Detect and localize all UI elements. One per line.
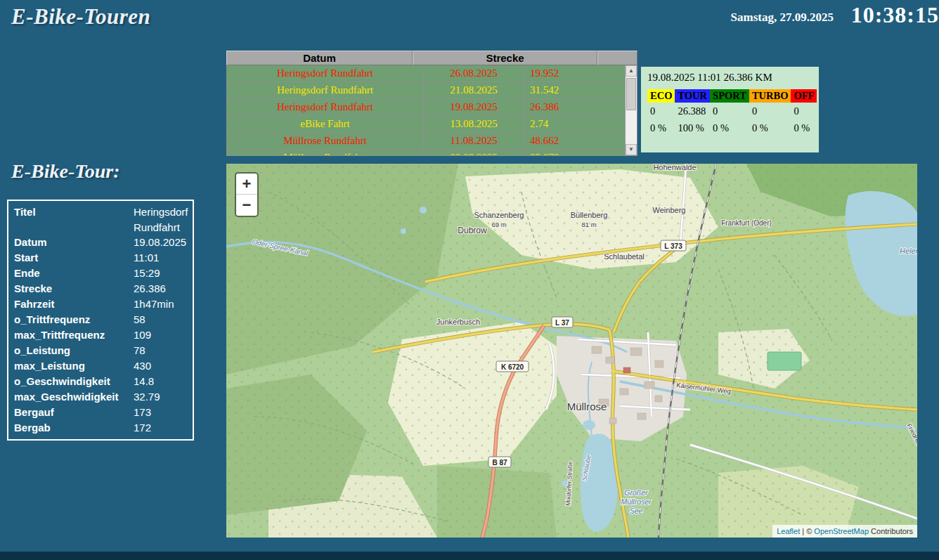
detail-label: Titel bbox=[14, 204, 134, 235]
detail-value: 26.386 bbox=[134, 281, 187, 297]
detail-label: Fahrzeit bbox=[14, 297, 134, 312]
page-title: E-Bike-Touren bbox=[11, 4, 150, 30]
mode-off-label: OFF bbox=[791, 89, 817, 103]
map-label-dubrow: Dubrow bbox=[458, 226, 487, 235]
table-scrollbar[interactable]: ▲ ▼ bbox=[625, 65, 637, 155]
table-row[interactable]: Heringsdorf Rundfahrt 21.08.2025 31.542 bbox=[227, 82, 637, 99]
osm-link[interactable]: OpenStreetMap bbox=[814, 527, 869, 535]
map-label-see: See bbox=[630, 507, 643, 515]
sports-field bbox=[768, 352, 801, 370]
detail-value: 78 bbox=[134, 343, 187, 358]
detail-value: 173 bbox=[134, 405, 187, 420]
scrollbar-thumb[interactable] bbox=[626, 78, 636, 110]
svg-text:L 373: L 373 bbox=[664, 242, 682, 250]
map-label-schlaubetal: Schlaubetal bbox=[604, 252, 645, 261]
detail-value: Heringsdorf Rundfahrt bbox=[134, 204, 188, 235]
tour-date: 09.08.2025 bbox=[424, 150, 524, 156]
map-canvas: L 373 L 37 K 6720 B 87 Hohenwalde Dubrow… bbox=[226, 164, 917, 538]
tour-distance: 19.952 bbox=[524, 65, 625, 82]
detail-label: max_Geschwidigkeit bbox=[14, 389, 134, 405]
detail-label: o_Leistung bbox=[14, 343, 134, 358]
road-badge-l373: L 373 bbox=[661, 240, 686, 251]
svg-text:L 37: L 37 bbox=[555, 319, 569, 327]
table-row[interactable]: Heringsdorf Rundfahrt 19.08.2025 26.386 bbox=[227, 99, 637, 116]
map-label-muellroser: Müllroser bbox=[621, 497, 652, 506]
mode-off-percent: 0 % bbox=[791, 118, 817, 135]
tour-date: 26.08.2025 bbox=[424, 65, 524, 82]
svg-text:B 87: B 87 bbox=[492, 459, 507, 467]
detail-value: 109 bbox=[134, 327, 187, 343]
detail-label: Bergab bbox=[14, 420, 134, 436]
map-label-schanzenberg: Schanzenberg bbox=[474, 211, 524, 219]
mode-eco-value: 0 bbox=[647, 103, 675, 118]
map-label-helenesee: Helenesee bbox=[900, 247, 917, 255]
mode-tour-value: 26.388 bbox=[675, 103, 710, 118]
header-clock: 10:38:15 bbox=[851, 2, 939, 28]
header-date: Samstag, 27.09.2025 bbox=[731, 11, 834, 25]
road-badge-l37: L 37 bbox=[552, 317, 573, 327]
mode-off-value: 0 bbox=[791, 103, 817, 118]
detail-label: max_Leistung bbox=[14, 358, 134, 374]
mode-sport-label: SPORT bbox=[710, 89, 749, 103]
leaflet-map[interactable]: L 373 L 37 K 6720 B 87 Hohenwalde Dubrow… bbox=[226, 164, 917, 538]
mode-turbo-percent: 0 % bbox=[749, 118, 791, 135]
detail-value: 430 bbox=[134, 358, 187, 374]
tour-name: Müllrose Rundfahrt bbox=[227, 133, 424, 149]
table-row[interactable]: Müllrose Rundfahrt 09.08.2025 35.678 bbox=[227, 150, 637, 156]
detail-label: Strecke bbox=[14, 281, 134, 297]
tour-date: 19.08.2025 bbox=[424, 99, 524, 115]
mode-tour-percent: 100 % bbox=[675, 118, 710, 135]
road-badge-b87: B 87 bbox=[488, 457, 511, 467]
detail-label: Ende bbox=[14, 266, 134, 281]
map-label-buellenberg: Büllenberg bbox=[571, 211, 608, 219]
tour-name: Müllrose Rundfahrt bbox=[227, 150, 424, 156]
detail-label: Bergauf bbox=[14, 405, 134, 420]
zoom-out-button[interactable]: − bbox=[236, 195, 257, 216]
map-label-buellenberg-elev: 81 m bbox=[581, 221, 596, 228]
column-header-datum: Datum bbox=[226, 51, 413, 65]
tour-distance: 35.678 bbox=[524, 150, 625, 156]
attribution-contributors: Contributors bbox=[869, 527, 913, 535]
column-header-strecke: Strecke bbox=[413, 51, 597, 65]
leaflet-link[interactable]: Leaflet bbox=[777, 527, 800, 535]
detail-value: 172 bbox=[134, 420, 187, 436]
scroll-up-icon[interactable]: ▲ bbox=[626, 65, 637, 77]
mode-eco-percent: 0 % bbox=[647, 118, 675, 135]
detail-label: o_Geschwindigkeit bbox=[14, 374, 134, 389]
table-row[interactable]: Müllrose Rundfahrt 11.08.2025 48.662 bbox=[227, 133, 637, 150]
tour-table-header: Datum Strecke bbox=[226, 51, 637, 65]
mode-turbo-label: TURBO bbox=[749, 89, 791, 103]
map-label-grosser: Großer bbox=[624, 488, 648, 497]
map-label-weinberg: Weinberg bbox=[653, 206, 686, 214]
mode-sport-value: 0 bbox=[710, 103, 749, 118]
assist-mode-table: ECO TOUR SPORT TURBO OFF 0 26.388 0 0 0 … bbox=[647, 89, 817, 135]
tour-name: Heringsdorf Rundfahrt bbox=[227, 82, 424, 98]
mode-eco-label: ECO bbox=[647, 89, 675, 103]
table-row[interactable]: eBike Fahrt 13.08.2025 2.74 bbox=[227, 116, 637, 133]
footer-bar bbox=[0, 552, 939, 560]
detail-value: 1h47min bbox=[134, 297, 187, 312]
detail-value: 58 bbox=[134, 312, 187, 327]
mode-turbo-value: 0 bbox=[749, 103, 791, 118]
attribution-separator: | © bbox=[800, 527, 814, 535]
map-label-frankfurt-oder: Frankfurt (Oder) bbox=[721, 219, 772, 227]
map-label-schanzenberg-elev: 69 m bbox=[491, 221, 506, 228]
table-row[interactable]: Heringsdorf Rundfahrt 26.08.2025 19.952 bbox=[227, 65, 637, 82]
tour-name: Heringsdorf Rundfahrt bbox=[227, 99, 424, 115]
column-header-empty bbox=[597, 51, 637, 65]
map-label-hohenwalde: Hohenwalde bbox=[653, 164, 696, 171]
road-badge-k6720: K 6720 bbox=[496, 361, 529, 372]
scroll-down-icon[interactable]: ▼ bbox=[626, 144, 637, 155]
detail-value: 32.79 bbox=[134, 389, 187, 405]
tour-list-table: Datum Strecke Heringsdorf Rundfahrt 26.0… bbox=[226, 51, 637, 156]
detail-value: 19.08.2025 bbox=[134, 235, 187, 250]
map-zoom-control: + − bbox=[235, 172, 259, 217]
zoom-in-button[interactable]: + bbox=[236, 174, 257, 195]
mode-sport-percent: 0 % bbox=[710, 118, 749, 135]
map-label-muellrose: Müllrose bbox=[567, 401, 607, 412]
detail-label: Datum bbox=[14, 235, 134, 250]
tour-name: Heringsdorf Rundfahrt bbox=[227, 65, 424, 82]
summary-headline: 19.08.2025 11:01 26.386 KM bbox=[647, 72, 812, 84]
tour-detail-table: TitelHeringsdorf Rundfahrt Datum19.08.20… bbox=[7, 200, 194, 441]
tour-distance: 31.542 bbox=[524, 82, 625, 98]
